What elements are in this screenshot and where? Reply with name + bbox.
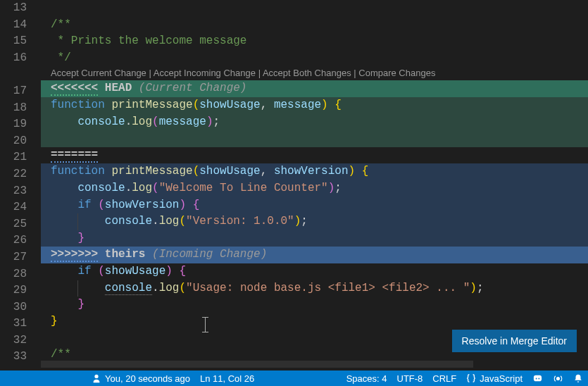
- status-eol[interactable]: CRLF: [427, 371, 461, 386]
- compare-changes-link[interactable]: Compare Changes: [358, 68, 435, 78]
- comment: */: [51, 51, 71, 64]
- comment: /**: [51, 18, 71, 31]
- code-editor[interactable]: 13141516 1718192021222324252627282930313…: [0, 0, 588, 371]
- code-area[interactable]: /** * Prints the welcome message */ Acce…: [41, 0, 588, 371]
- comment: * Prints the welcome message: [51, 35, 246, 47]
- merge-codelens: Accept Current Change | Accept Incoming …: [41, 66, 588, 80]
- svg-point-0: [557, 377, 560, 380]
- bell-icon: [573, 373, 583, 383]
- conflict-theirs-marker: >>>>>>> theirs (Incoming Change): [41, 247, 588, 263]
- status-notifications[interactable]: [568, 371, 588, 386]
- copilot-icon: [532, 373, 543, 384]
- resolve-in-merge-editor-button[interactable]: Resolve in Merge Editor: [452, 330, 577, 352]
- person-icon: [92, 373, 101, 383]
- comment: /**: [51, 348, 71, 361]
- accept-incoming-link[interactable]: Accept Incoming Change: [154, 68, 256, 78]
- braces-icon: [466, 373, 476, 383]
- horizontal-scrollbar[interactable]: [41, 361, 473, 368]
- accept-current-link[interactable]: Accept Current Change: [51, 68, 146, 78]
- status-copilot[interactable]: [527, 371, 548, 386]
- text-cursor: [205, 317, 206, 332]
- broadcast-icon: [553, 373, 563, 384]
- status-blame[interactable]: You, 20 seconds ago: [0, 371, 195, 386]
- accept-both-link[interactable]: Accept Both Changes: [263, 68, 351, 78]
- status-encoding[interactable]: UTF-8: [392, 371, 428, 386]
- status-language[interactable]: JavaScript: [461, 371, 527, 386]
- status-cursor-position[interactable]: Ln 11, Col 26: [195, 371, 259, 386]
- status-indentation[interactable]: Spaces: 4: [342, 371, 392, 386]
- status-bar: You, 20 seconds ago Ln 11, Col 26 Spaces…: [0, 371, 588, 386]
- conflict-separator: =======: [41, 147, 588, 164]
- status-feedback[interactable]: [548, 371, 568, 386]
- line-number-gutter: 13141516 1718192021222324252627282930313…: [0, 0, 41, 371]
- conflict-head-marker: <<<<<<< HEAD (Current Change): [41, 80, 588, 97]
